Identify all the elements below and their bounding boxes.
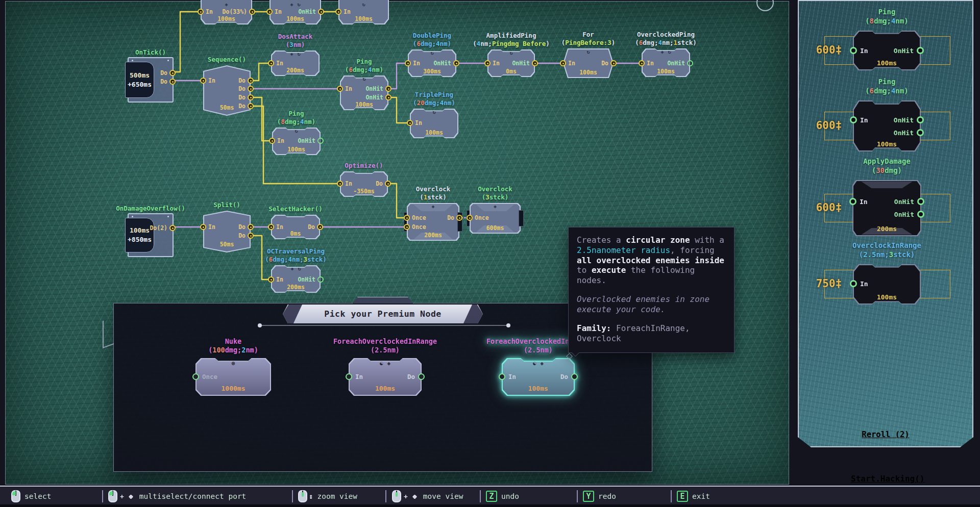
port-do[interactable] [456,215,462,221]
port-in[interactable] [407,120,413,126]
panel-corner-notch [960,437,973,447]
port-in[interactable] [850,280,857,287]
port-in[interactable] [499,373,505,380]
port-in[interactable] [200,224,206,230]
node-shop-applydamage[interactable]: ApplyDamage(30dmg)InOnHitOnHit200ms [852,180,921,236]
port-do[interactable] [169,70,176,76]
port-do[interactable] [571,373,578,380]
node-shop-ping-6[interactable]: Ping(6dmg;4nm)InOnHitOnHit100ms [853,100,921,151]
port-in[interactable] [268,276,274,283]
port-in[interactable] [560,60,566,66]
port-label: In [493,60,500,67]
node-ontick[interactable]: 500ms+650msOnTick()DoDo [128,57,174,103]
port-onhit[interactable] [917,198,924,205]
port-do[interactable] [248,94,254,100]
node-for[interactable]: ↻For(PingBefore:3)InDo100ms [563,48,614,78]
port-onhit[interactable] [917,211,924,218]
port-in[interactable] [850,47,857,54]
node-duration: 1000ms [195,385,271,392]
node-ping-8[interactable]: ↻Ping(8dmg;4nm)InOnHit100ms [272,128,321,155]
port-label: Do [447,214,454,221]
port-onhit[interactable] [917,116,924,123]
node-selecthacker[interactable]: SelectHacker()InDo0ms [271,215,320,239]
control-exit[interactable]: Eexit [677,488,710,504]
port-once[interactable] [192,373,199,380]
node-in-node[interactable]: ↻In100ms [338,0,389,24]
control-multiselect-connect-port[interactable]: +↔↕multiselect/connect port [108,488,246,504]
port-in[interactable] [268,60,274,66]
node-premium-foreach-1[interactable]: ☯◈ForeachOverclockedInRange(2.5nm)InDo10… [349,358,422,396]
port-in[interactable] [335,9,341,15]
reroll-link[interactable]: Reroll (2) [862,430,909,439]
port-do33[interactable] [249,9,255,15]
port-in[interactable] [346,373,352,380]
port-onhit[interactable] [318,9,324,15]
port-in[interactable] [200,78,206,84]
port-onhit[interactable] [917,129,924,136]
port-onhit[interactable] [317,276,324,283]
node-do-33-node[interactable]: ◈InDo(33%)100ms [201,0,252,24]
port-in[interactable] [484,60,491,66]
node-onhit-node[interactable]: ◈↻InOnHit100ms [270,0,321,24]
port-in[interactable] [269,138,275,144]
port-onhit[interactable] [385,94,391,100]
port-do[interactable] [169,79,176,85]
node-premium-foreach-2[interactable]: ☯◈ForeachOverclockedInRange(2.5nm)InDo10… [502,358,575,396]
node-amplifiedping[interactable]: ↻AmplifiedPing(4nm;Pingdmg Before)InOnHi… [487,49,535,77]
node-premium-nuke[interactable]: ⊗Nuke(100dmg;2nm)Once1000ms [195,358,271,396]
node-optimize[interactable]: Optimize()InDo-350ms [340,171,388,197]
port-label: Once [412,223,426,231]
port-do[interactable] [610,60,617,66]
port-in[interactable] [266,9,273,15]
control-undo[interactable]: Zundo [486,488,519,504]
port-do2[interactable] [169,225,176,231]
node-overclock-1stck[interactable]: ◈Overclock(1stck)OnceOnceDo200ms [407,203,459,241]
port-do[interactable] [248,86,254,92]
port-once[interactable] [467,215,473,221]
loop-icon: ↻ [668,49,671,55]
port-onhit[interactable] [917,47,924,54]
node-overclockedping[interactable]: ◈↻OverclockedPing(6dmg;4nm;1stck)InOnHit… [642,48,690,77]
node-doubleping[interactable]: ↻DoublePing(6dmg;4nm)InOnHit300ms [408,49,456,77]
port-onhit[interactable] [317,138,324,144]
loop-icon: ↻ [298,52,301,57]
port-do[interactable] [385,181,391,187]
node-octraversalping[interactable]: ◈↻OCTraversalPing(6dmg;4nm;3stck)InOnHit… [271,265,321,293]
control-select[interactable]: select [11,488,51,504]
port-onhit[interactable] [687,60,693,66]
node-dosattack[interactable]: ◈↻DosAttack(3nm)In200ms [271,50,320,76]
node-duration: 100ms [853,293,921,301]
port-once[interactable] [404,224,410,230]
port-in[interactable] [639,60,645,66]
port-onhit[interactable] [532,60,538,66]
port-in[interactable] [405,60,411,66]
control-redo[interactable]: Yredo [583,488,616,504]
port-in[interactable] [198,9,204,15]
port-do[interactable] [418,373,425,380]
node-overclock-3stck[interactable]: ◈Overclock(3stck)Once600ms [470,203,521,234]
port-onhit[interactable] [385,86,391,92]
port-in[interactable] [849,198,856,205]
node-ping-6[interactable]: ↻Ping(6dmg;4nm)InOnHitOnHit100ms [340,75,388,110]
node-shop-ping-8[interactable]: Ping(8dmg;4nm)InOnHit100ms [853,31,921,70]
start-hacking-link[interactable]: Start.Hacking() [851,474,925,484]
port-in[interactable] [268,224,274,230]
connector-dot-right [506,323,510,327]
port-once[interactable] [404,215,410,221]
node-shop-overclockinrange[interactable]: OverclockInRange(2.5nm;3stck)In100ms [853,264,921,305]
port-in[interactable] [337,181,343,187]
node-split[interactable]: Split()InDoDo50ms [203,211,251,252]
port-in[interactable] [850,116,857,123]
control-zoom-view[interactable]: ↕zoom view [298,488,357,504]
node-sequence[interactable]: Sequence()InDoDoDoDo50ms [203,65,251,116]
control-move-view[interactable]: +↔↕move view [392,488,463,504]
port-onhit[interactable] [453,60,459,66]
port-label: In [860,198,868,206]
port-in[interactable] [337,86,343,92]
port-do[interactable] [248,78,254,84]
port-do[interactable] [317,224,323,230]
port-do[interactable] [248,224,254,230]
port-do[interactable] [248,233,254,239]
node-tripleping[interactable]: ↻TriplePing(20dmg;4nm)In100ms [410,109,458,138]
node-ondamageoverflow[interactable]: 100ms+850msOnDamageOverflow()Do(2) [128,213,174,257]
